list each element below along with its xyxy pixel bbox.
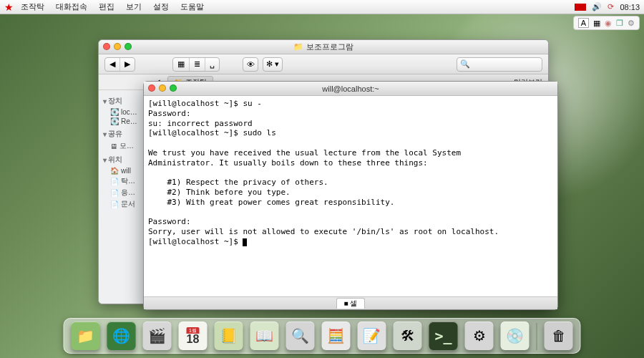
- dock-settings[interactable]: ⚙: [465, 321, 494, 350]
- dock-files[interactable]: 📁: [72, 321, 100, 350]
- file-browser-sidebar: ▾ 장치 💽 loc… 💽 Re… ▾ 공유 🖥 모… ▾ 위치 🏠 will …: [99, 90, 149, 304]
- menu-item-1[interactable]: 대화접속: [56, 1, 87, 12]
- system-tray: 🔊 ⟳ 08:13: [575, 2, 640, 11]
- column-view-icon[interactable]: ␣: [205, 58, 219, 71]
- menu-item-4[interactable]: 설정: [153, 1, 169, 12]
- file-browser-title: 📁 보조프로그람: [293, 42, 353, 52]
- nav-back-forward[interactable]: ◀ ▶: [104, 57, 135, 72]
- sidebar-item-device-1[interactable]: 💽 Re…: [102, 117, 145, 126]
- back-icon[interactable]: ◀: [105, 58, 120, 71]
- action-button[interactable]: ✻ ▾: [263, 57, 283, 72]
- file-browser-toolbar: ◀ ▶ ▦ ≣ ␣ 👁 ✻ ▾ 🔍: [99, 54, 548, 74]
- sidebar-item-shared-0[interactable]: 🖥 모…: [102, 140, 145, 152]
- file-browser-titlebar[interactable]: 📁 보조프로그람: [99, 40, 548, 54]
- sidebar-item-place-3[interactable]: 📄 문서: [102, 198, 145, 210]
- terminal-titlebar[interactable]: will@localhost:~: [144, 82, 557, 96]
- dock-editor[interactable]: 📝: [358, 321, 386, 350]
- dock-trash[interactable]: 🗑: [545, 321, 573, 350]
- dock: 📁🌐🎬1월18📒📖🔍🧮📝🛠>_⚙💿🗑: [64, 318, 581, 354]
- search-field[interactable]: 🔍: [457, 57, 542, 72]
- terminal-tabbar: ■ 셸: [144, 296, 557, 309]
- dock-reader[interactable]: 📖: [250, 321, 279, 350]
- icon-view-icon[interactable]: ▦: [173, 58, 190, 71]
- quicklook-button[interactable]: 👁: [243, 57, 258, 72]
- zoom-icon[interactable]: [170, 84, 177, 92]
- indicator-grid-icon[interactable]: ▦: [593, 19, 600, 28]
- zoom-icon[interactable]: [125, 43, 132, 50]
- sidebar-section-shared[interactable]: ▾ 공유: [103, 129, 145, 139]
- dock-tools[interactable]: 🛠: [394, 321, 422, 350]
- star-menu-icon[interactable]: ★: [4, 1, 14, 13]
- minimize-icon[interactable]: [159, 84, 166, 92]
- sidebar-item-place-0[interactable]: 🏠 will: [102, 166, 145, 175]
- indicator-note-icon[interactable]: ❐: [616, 19, 623, 28]
- dock-media[interactable]: 🎬: [143, 321, 172, 350]
- sidebar-section-places[interactable]: ▾ 위치: [103, 155, 145, 165]
- input-mode-label: A: [578, 18, 589, 28]
- indicator-disc-icon[interactable]: ◉: [605, 19, 612, 28]
- dock-browser[interactable]: 🌐: [107, 321, 136, 350]
- sidebar-item-place-1[interactable]: 📄 탁…: [102, 175, 145, 187]
- menu-item-2[interactable]: 편집: [99, 1, 114, 12]
- terminal-body[interactable]: [will@localhost ~]$ su - Password: su: i…: [144, 96, 557, 296]
- sidebar-section-devices[interactable]: ▾ 장치: [103, 96, 145, 106]
- sidebar-item-device-0[interactable]: 💽 loc…: [102, 107, 145, 117]
- terminal-title: will@localhost:~: [322, 84, 379, 93]
- clock[interactable]: 08:13: [620, 3, 640, 11]
- dock-calendar[interactable]: 1월18: [179, 321, 208, 350]
- dock-notes[interactable]: 📒: [215, 321, 243, 350]
- close-icon[interactable]: [148, 84, 155, 92]
- input-indicator[interactable]: A ▦ ◉ ❐ ⚙: [573, 16, 640, 30]
- menubar: ★ 조작탁 대화접속 편집 보기 설정 도움말 🔊 ⟳ 08:13: [0, 0, 644, 14]
- close-icon[interactable]: [103, 43, 110, 50]
- dock-disc[interactable]: 💿: [501, 321, 530, 350]
- terminal-tab[interactable]: ■ 셸: [336, 298, 366, 309]
- menu-item-5[interactable]: 도움말: [180, 1, 204, 12]
- update-icon[interactable]: ⟳: [608, 2, 614, 11]
- dock-search[interactable]: 🔍: [286, 321, 315, 350]
- minimize-icon[interactable]: [114, 43, 121, 50]
- sidebar-item-place-2[interactable]: 📄 응…: [102, 187, 145, 198]
- list-view-icon[interactable]: ≣: [190, 58, 205, 71]
- dock-calculator[interactable]: 🧮: [322, 321, 351, 350]
- view-switcher[interactable]: ▦ ≣ ␣: [172, 57, 220, 72]
- menu-item-0[interactable]: 조작탁: [21, 1, 44, 12]
- forward-icon[interactable]: ▶: [120, 58, 135, 71]
- menu-item-3[interactable]: 보기: [126, 1, 142, 12]
- flag-icon[interactable]: [575, 4, 586, 11]
- terminal-window: will@localhost:~ [will@localhost ~]$ su …: [143, 81, 558, 310]
- indicator-gear-icon[interactable]: ⚙: [628, 19, 635, 28]
- volume-icon[interactable]: 🔊: [592, 2, 602, 11]
- dock-terminal[interactable]: >_: [429, 321, 458, 350]
- dock-separator: [537, 323, 537, 350]
